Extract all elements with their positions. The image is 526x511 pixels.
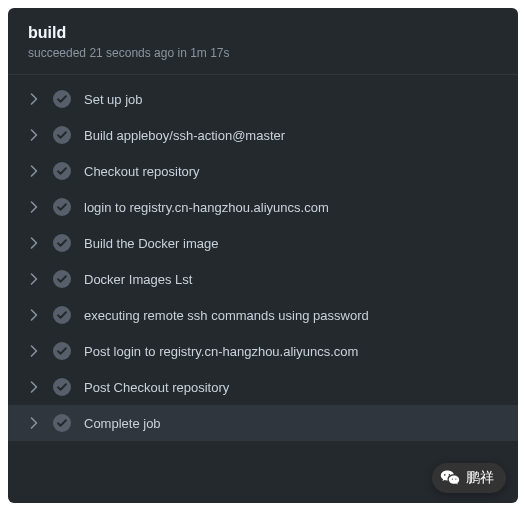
step-row[interactable]: Docker Images Lst: [8, 261, 518, 297]
step-row[interactable]: Checkout repository: [8, 153, 518, 189]
step-label: Complete job: [84, 416, 498, 431]
wechat-badge[interactable]: 鹏祥: [432, 463, 506, 493]
chevron-right-icon: [28, 129, 40, 141]
in-word: in: [177, 46, 186, 60]
workflow-run-panel: build succeeded 21 seconds ago in 1m 17s…: [8, 8, 518, 503]
step-row[interactable]: Set up job: [8, 81, 518, 117]
check-circle-icon: [53, 90, 71, 108]
step-label: Build appleboy/ssh-action@master: [84, 128, 498, 143]
chevron-right-icon: [28, 165, 40, 177]
step-row[interactable]: Complete job: [8, 405, 518, 441]
chevron-right-icon: [28, 201, 40, 213]
chevron-right-icon: [28, 93, 40, 105]
step-label: login to registry.cn-hangzhou.aliyuncs.c…: [84, 200, 498, 215]
wechat-icon: [440, 468, 460, 488]
step-label: executing remote ssh commands using pass…: [84, 308, 498, 323]
check-circle-icon: [53, 234, 71, 252]
chevron-right-icon: [28, 381, 40, 393]
check-circle-icon: [53, 162, 71, 180]
chevron-right-icon: [28, 417, 40, 429]
workflow-title: build: [28, 24, 498, 42]
check-circle-icon: [53, 270, 71, 288]
step-row[interactable]: Build appleboy/ssh-action@master: [8, 117, 518, 153]
badge-label: 鹏祥: [466, 469, 494, 487]
step-label: Set up job: [84, 92, 498, 107]
workflow-header: build succeeded 21 seconds ago in 1m 17s: [8, 8, 518, 75]
steps-list: Set up jobBuild appleboy/ssh-action@mast…: [8, 75, 518, 447]
check-circle-icon: [53, 414, 71, 432]
step-label: Checkout repository: [84, 164, 498, 179]
chevron-right-icon: [28, 345, 40, 357]
check-circle-icon: [53, 378, 71, 396]
step-row[interactable]: Build the Docker image: [8, 225, 518, 261]
chevron-right-icon: [28, 273, 40, 285]
step-label: Post Checkout repository: [84, 380, 498, 395]
step-row[interactable]: Post login to registry.cn-hangzhou.aliyu…: [8, 333, 518, 369]
check-circle-icon: [53, 306, 71, 324]
status-text: succeeded: [28, 46, 86, 60]
check-circle-icon: [53, 126, 71, 144]
step-row[interactable]: login to registry.cn-hangzhou.aliyuncs.c…: [8, 189, 518, 225]
step-row[interactable]: executing remote ssh commands using pass…: [8, 297, 518, 333]
check-circle-icon: [53, 342, 71, 360]
workflow-subtitle: succeeded 21 seconds ago in 1m 17s: [28, 46, 498, 60]
step-row[interactable]: Post Checkout repository: [8, 369, 518, 405]
check-circle-icon: [53, 198, 71, 216]
step-label: Build the Docker image: [84, 236, 498, 251]
time-ago: 21 seconds ago: [89, 46, 174, 60]
chevron-right-icon: [28, 237, 40, 249]
step-label: Docker Images Lst: [84, 272, 498, 287]
chevron-right-icon: [28, 309, 40, 321]
duration: 1m 17s: [190, 46, 229, 60]
step-label: Post login to registry.cn-hangzhou.aliyu…: [84, 344, 498, 359]
